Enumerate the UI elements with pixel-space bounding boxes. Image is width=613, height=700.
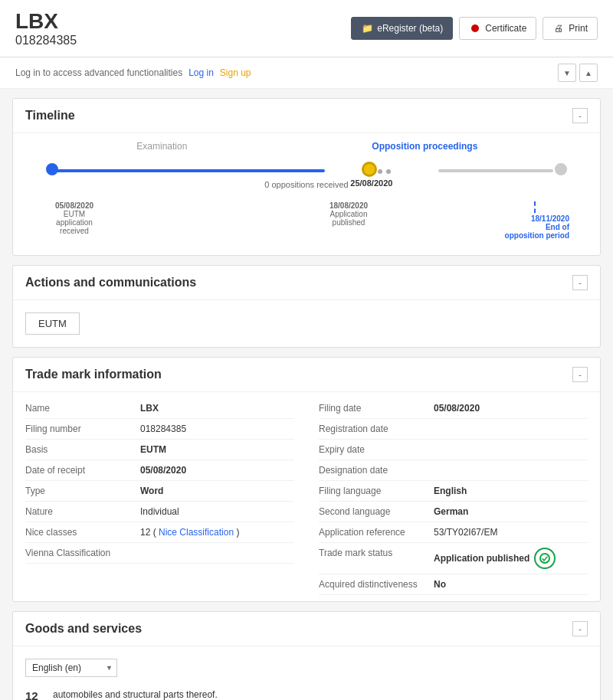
- info-value-type: Word: [140, 486, 163, 496]
- timeline-title: Timeline: [25, 109, 75, 123]
- info-label-acquired: Acquired distinctiveness: [319, 579, 434, 590]
- signup-link[interactable]: Sign up: [220, 67, 251, 78]
- info-value-nature: Individual: [140, 506, 179, 517]
- date-start-label: EUTMapplicationreceived: [44, 210, 105, 235]
- timeline-header: Timeline -: [13, 99, 600, 133]
- timeline-current-date: 25/08/2020: [350, 178, 388, 188]
- info-value-filing-number: 018284385: [140, 424, 186, 434]
- info-row-designation-date: Designation date: [319, 460, 588, 481]
- eregister-button[interactable]: 📁 eRegister (beta): [351, 17, 453, 40]
- gs-description: automobiles and structural parts thereof…: [53, 689, 218, 700]
- trademark-info-header: Trade mark information -: [13, 358, 600, 392]
- goods-services-section: Goods and services - English (en) German…: [12, 611, 601, 700]
- header-buttons: 📁 eRegister (beta) Certificate 🖨 Print: [351, 17, 598, 40]
- timeline-end-node: [555, 163, 567, 175]
- info-row-filing-number: Filing number 018284385: [25, 419, 294, 440]
- eutm-tag[interactable]: EUTM: [25, 312, 80, 335]
- info-label-basis: Basis: [25, 444, 140, 455]
- timeline-top-labels: Examination Opposition proceedings: [28, 141, 585, 152]
- goods-services-title: Goods and services: [25, 622, 142, 636]
- print-label: Print: [569, 23, 588, 34]
- info-row-type: Type Word: [25, 481, 294, 502]
- trademark-info-grid: Name LBX Filing number 018284385 Basis E…: [13, 392, 600, 601]
- actions-header: Actions and communications -: [13, 266, 600, 300]
- trademark-info-section: Trade mark information - Name LBX Filing…: [12, 357, 601, 602]
- collapse-down-button[interactable]: ▼: [558, 64, 576, 82]
- timeline-section: Timeline - Examination Opposition procee…: [12, 98, 601, 256]
- date-published-label: Applicationpublished: [314, 210, 383, 227]
- info-row-filing-date: Filing date 05/08/2020: [319, 398, 588, 419]
- info-row-tm-status: Trade mark status Application published: [319, 543, 588, 574]
- info-value-app-reference: 53/TY02I67/EM: [434, 527, 497, 538]
- info-label-second-language: Second language: [319, 506, 434, 517]
- info-row-date-receipt: Date of receipt 05/08/2020: [25, 460, 294, 481]
- info-value-filing-language: English: [434, 486, 467, 496]
- collapse-all-buttons: ▼ ▲: [558, 64, 598, 82]
- date-end-label: End ofopposition period: [500, 223, 569, 240]
- goods-services-body: English (en) German (de) 12 automobiles …: [13, 646, 600, 700]
- info-value-acquired: No: [434, 579, 446, 590]
- info-row-nice-classes: Nice classes 12 ( Nice Classification ): [25, 522, 294, 543]
- timeline-collapse-button[interactable]: -: [572, 108, 588, 123]
- info-label-designation-date: Designation date: [319, 465, 434, 476]
- print-button[interactable]: 🖨 Print: [543, 17, 598, 40]
- info-value-filing-date: 05/08/2020: [434, 403, 480, 414]
- info-value-nice-classes: 12 ( Nice Classification ): [140, 527, 239, 538]
- trademark-info-right: Filing date 05/08/2020 Registration date…: [306, 392, 600, 601]
- svg-point-0: [540, 554, 549, 563]
- info-label-type: Type: [25, 486, 140, 496]
- goods-services-collapse-button[interactable]: -: [572, 621, 588, 636]
- nice-classification-link[interactable]: Nice Classification: [159, 527, 234, 538]
- actions-collapse-button[interactable]: -: [572, 275, 588, 290]
- timeline-dot-3: [386, 169, 391, 174]
- info-label-name: Name: [25, 403, 140, 414]
- examination-label: Examination: [44, 141, 280, 152]
- login-message: Log in to access advanced functionalitie…: [15, 67, 182, 78]
- status-icon: [534, 548, 556, 569]
- timeline-date-published: 18/08/2020 Applicationpublished: [314, 201, 383, 240]
- certificate-icon: [469, 22, 481, 34]
- info-value-name: LBX: [140, 403, 159, 414]
- actions-body: EUTM: [13, 300, 600, 347]
- certificate-label: Certificate: [485, 23, 526, 34]
- trademark-info-left: Name LBX Filing number 018284385 Basis E…: [13, 392, 306, 601]
- timeline-dot-2: [378, 169, 382, 174]
- folder-icon: 📁: [361, 22, 373, 34]
- actions-section: Actions and communications - EUTM: [12, 265, 601, 348]
- info-value-date-receipt: 05/08/2020: [140, 465, 186, 476]
- gs-item: 12 automobiles and structural parts ther…: [25, 686, 588, 700]
- info-row-reg-date: Registration date: [319, 419, 588, 440]
- eregister-label: eRegister (beta): [377, 23, 443, 34]
- info-row-app-reference: Application reference 53/TY02I67/EM: [319, 522, 588, 543]
- language-select-wrapper: English (en) German (de): [25, 659, 117, 677]
- certificate-button[interactable]: Certificate: [459, 17, 536, 40]
- info-label-filing-number: Filing number: [25, 424, 140, 434]
- info-row-second-language: Second language German: [319, 502, 588, 522]
- info-value-second-language: German: [434, 506, 468, 517]
- timeline-date-start: 05/08/2020 EUTMapplicationreceived: [44, 201, 105, 240]
- info-value-tm-status: Application published: [434, 548, 556, 569]
- info-value-basis: EUTM: [140, 444, 166, 455]
- login-link[interactable]: Log in: [188, 67, 214, 78]
- date-published-value: 18/08/2020: [314, 201, 383, 210]
- print-icon: 🖨: [552, 22, 565, 34]
- status-badge: Application published: [434, 548, 556, 569]
- timeline-filled-line: [51, 169, 325, 172]
- timeline-start-node: [46, 163, 58, 175]
- info-label-app-reference: Application reference: [319, 527, 434, 538]
- collapse-up-button[interactable]: ▲: [579, 64, 598, 82]
- date-end-value: 18/11/2020: [500, 214, 569, 223]
- info-label-date-receipt: Date of receipt: [25, 465, 140, 476]
- info-row-filing-language: Filing language English: [319, 481, 588, 502]
- status-text: Application published: [434, 553, 529, 564]
- info-label-filing-date: Filing date: [319, 403, 434, 414]
- info-label-vienna: Vienna Classification: [25, 548, 140, 558]
- info-label-expiry-date: Expiry date: [319, 444, 434, 455]
- info-row-expiry-date: Expiry date: [319, 440, 588, 460]
- timeline-empty-line: [438, 169, 554, 172]
- page-header: LBX 018284385 📁 eRegister (beta) Certifi…: [0, 0, 613, 57]
- info-label-reg-date: Registration date: [319, 424, 434, 434]
- language-select[interactable]: English (en) German (de): [25, 659, 117, 677]
- timeline-body: Examination Opposition proceedings 25/08…: [13, 133, 600, 255]
- trademark-info-collapse-button[interactable]: -: [572, 367, 588, 382]
